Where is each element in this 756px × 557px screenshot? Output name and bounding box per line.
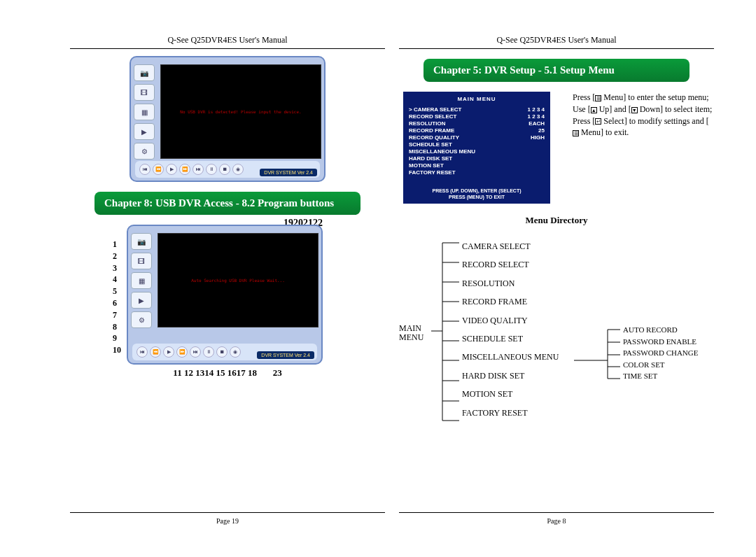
menu-row-label: RECORD QUALITY [409,134,459,141]
player-footer-label: DVR SYSTEM Ver 2.4 [260,169,317,176]
instruction-line: Press [↵ Select] to modify settings and … [573,115,714,139]
menu-level1-item: RECORD SELECT [462,255,559,274]
dvr-player-screenshot-1: 📷 🎞 ▦ ▶ ⚙ No USB DVR is detected! Please… [130,56,326,182]
callout-num: 5 [113,285,121,297]
menu-level1-item: SCHEDULE SET [462,330,559,348]
main-menu-title: MAIN MENU [409,96,545,102]
txt: Select] to modify settings and [ [601,116,708,126]
menu-level2-item: COLOR SET [623,359,698,371]
divider [70,48,385,49]
menu-level1-item: FACTORY RESET [462,404,559,422]
callout-num-row: 11 12 1314 15 1617 18 [173,367,257,378]
txt: Use [ [573,104,591,114]
callout-side: 1 2 3 4 5 6 7 8 9 10 [113,239,121,356]
hint-line: PRESS (UP. DOWN), ENTER (SELECT) [409,188,545,194]
control-button: ⏮ [139,164,150,175]
menu-level1-item: MISCELLANEOUS MENU [462,348,559,366]
camera-icon: 📷 [131,233,152,250]
main-menu-row: CAMERA SELECT1 2 3 4 [409,106,545,113]
callout-bottom: 11 12 1314 15 1617 18 23 [122,367,332,379]
instruction-line: Press [☰ Menu] to enter the setup menu; [573,92,714,104]
control-button: ⏸ [203,346,214,358]
page-number: Page 8 [547,517,566,525]
callout-num: 7 [113,309,121,321]
main-menu-row: SCHEDULE SET [409,141,545,148]
control-button: ⏩ [176,346,188,358]
main-menu-rows: CAMERA SELECT1 2 3 4RECORD SELECT1 2 3 4… [409,106,545,176]
grid-icon: ▦ [134,104,155,120]
chapter-banner: Chapter 5: DVR Setup - 5.1 Setup Menu [424,59,690,82]
callout-num: 3 [113,262,121,274]
menu-root-label: MAIN MENU [399,323,424,342]
menu-level1-item: HARD DISK SET [462,367,559,385]
instruction-line: Use [▲ Up] and [▼ Down] to select item; [573,104,714,115]
gear-icon: ⚙ [134,143,155,160]
menu-instructions: Press [☰ Menu] to enter the setup menu; … [567,92,714,139]
callout-num: 9 [113,332,121,344]
control-button: ⏸ [206,164,217,175]
menu-icon: ☰ [595,95,601,101]
page-left: Q-See Q25DVR4ES User's Manual 📷 🎞 ▦ ▶ ⚙ … [70,35,385,525]
menu-directory-title: Menu Directory [399,215,714,226]
menu-row-value: EACH [528,120,545,127]
menu-level1: CAMERA SELECTRECORD SELECTRESOLUTIONRECO… [462,237,559,422]
menu-level1-item: VIDEO QUALITY [462,311,559,330]
menu-row-value: HIGH [531,134,545,141]
menu-row-value: 1 2 3 4 [528,106,545,113]
page-footer: Page 19 [70,512,385,525]
main-menu-row: RECORD SELECT1 2 3 4 [409,113,545,120]
play-icon: ▶ [134,123,155,140]
main-menu-screenshot: MAIN MENU CAMERA SELECT1 2 3 4RECORD SEL… [403,92,550,204]
control-button: ⏮ [136,346,148,358]
control-button: ▶ [166,164,177,175]
control-button: ▶ [163,346,174,358]
menu-row-label: FACTORY RESET [409,169,456,176]
menu-root: MAIN MENU [399,324,430,342]
txt: Press [ [573,116,595,126]
doc-header: Q-See Q25DVR4ES User's Manual [399,35,714,45]
menu-row-label: RESOLUTION [409,120,445,127]
txt: Menu] to exit. [579,127,629,137]
main-menu-row: FACTORY RESET [409,169,545,176]
player-screen-message: Auto Searching USB DVR Please Wait... [191,278,285,283]
control-button: ◉ [232,164,244,175]
menu-row-label: RECORD FRAME [409,127,454,134]
control-button: ⏭ [192,164,204,175]
menu-level1-item: CAMERA SELECT [462,237,559,255]
dvr-annotated-wrap: 19202122 1 2 3 4 5 6 7 8 9 10 📷 🎞 ▦ ▶ ⚙ … [122,225,332,379]
page-number: Page 19 [216,517,239,525]
control-button: ⏹ [216,346,227,358]
menu-level2-item: AUTO RECORD [623,324,698,336]
txt: Menu] to enter the setup menu; [601,92,708,102]
main-menu-row: RECORD QUALITYHIGH [409,134,545,141]
menu-row-value: 1 2 3 4 [528,113,545,120]
main-menu-row: MOTION SET [409,162,545,169]
txt: Down] to select item; [638,104,713,114]
menu-row-label: CAMERA SELECT [409,106,462,113]
callout-num: 6 [113,297,121,309]
callout-num: 8 [113,321,121,333]
menu-row-label: SCHEDULE SET [409,141,452,148]
up-icon: ▲ [591,107,597,113]
down-icon: ▼ [631,107,638,113]
player-sidebar: 📷 🎞 ▦ ▶ ⚙ [134,64,158,160]
dvr-player-screenshot-2: 📷 🎞 ▦ ▶ ⚙ Auto Searching USB DVR Please … [127,225,323,365]
chapter-banner: Chapter 8: USB DVR Access - 8.2 Program … [94,192,360,215]
grid-icon: ▦ [131,272,152,289]
player-screen-message: No USB DVR is detected! Please input the… [180,109,301,114]
menu-and-instructions: MAIN MENU CAMERA SELECT1 2 3 4RECORD SEL… [399,92,714,204]
callout-num: 2 [113,251,121,262]
player-screen: No USB DVR is detected! Please input the… [160,64,321,159]
menu-row-value: 25 [538,127,545,134]
menu-row-label: RECORD SELECT [409,113,456,120]
menu-level2-item: PASSWORD ENABLE [623,336,698,348]
main-menu-row: RESOLUTIONEACH [409,120,545,127]
menu-row-label: MOTION SET [409,162,444,169]
callout-num-row: 23 [273,367,282,378]
player-screen: Auto Searching USB DVR Please Wait... [158,233,318,327]
select-icon: ↵ [595,118,601,125]
menu-level2: AUTO RECORDPASSWORD ENABLEPASSWORD CHANG… [623,324,698,382]
camera-icon: 📷 [134,64,155,81]
film-icon: 🎞 [131,253,152,269]
control-button: ⏩ [179,164,190,175]
